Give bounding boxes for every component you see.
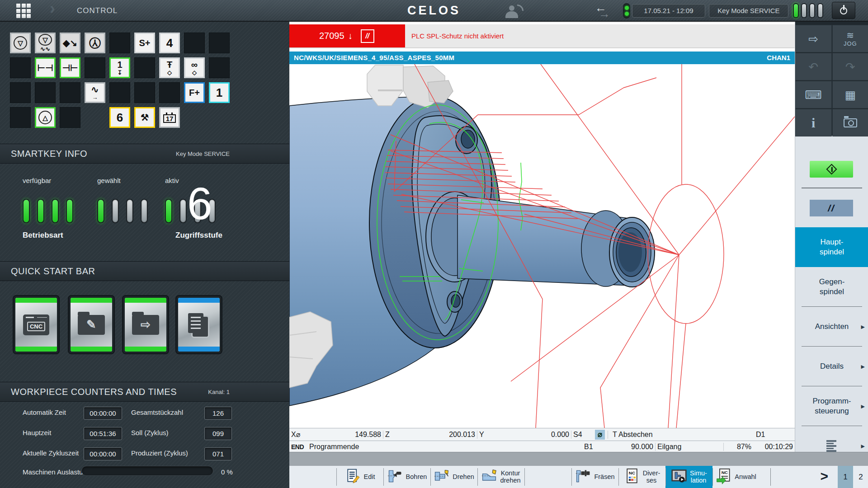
counter-value: 00:51:36 xyxy=(84,427,122,440)
keyboard-button[interactable]: ⌨ xyxy=(795,81,832,108)
app-menu-icon[interactable] xyxy=(16,4,32,18)
calendar-icon[interactable]: 17 xyxy=(159,107,180,128)
transfer-arrows-icon[interactable]: ←→ xyxy=(595,3,616,19)
chuck-clamp-icon[interactable]: ⊢⊣ xyxy=(35,57,56,78)
alarm-bar: 27095 ↓ // PLC SPL-Schutz nicht aktivier… xyxy=(289,24,795,47)
chip-conveyor-icon[interactable]: ∞◇ xyxy=(184,57,205,78)
cnc-program-button[interactable]: CNC xyxy=(14,296,59,353)
menu-details[interactable]: Details▶ xyxy=(795,347,868,386)
menu-gegenspindel[interactable]: Gegen- spindel xyxy=(795,267,868,307)
softkey-divider xyxy=(770,468,771,486)
smartkey-slot-empty xyxy=(184,33,205,53)
softkey-bohren[interactable]: Bohren xyxy=(383,466,430,488)
softkey-page-1[interactable]: 1 xyxy=(838,466,853,488)
quill-drill-icon[interactable]: 1↧ xyxy=(109,57,130,78)
flange-hole-top xyxy=(461,130,475,148)
celos-logo: CELOS xyxy=(407,0,461,21)
softkey-page-2[interactable]: 2 xyxy=(855,466,866,488)
b-axis-label: B1 xyxy=(582,443,603,451)
softkey-bar: EditBohrenDrehenKontur drehenFräsenNCDiv… xyxy=(289,466,868,488)
right-sidebar: ⇨ ≋JOG ↶ ↷ ⌨ ▦ i // Haupt- spindelGegen-… xyxy=(795,22,868,452)
handwheel-icon[interactable]: Ⓨ xyxy=(85,33,105,53)
power-button[interactable] xyxy=(832,2,855,19)
key-6-icon[interactable]: 6 xyxy=(109,107,130,128)
machine-load-progressbar xyxy=(81,466,213,476)
softkey-label: Drehen xyxy=(453,474,474,480)
cycle-start-icon xyxy=(826,164,837,174)
tool-direction-icon[interactable]: ◆↘ xyxy=(60,33,80,53)
redo-button[interactable]: ↷ xyxy=(832,53,868,80)
edit-icon xyxy=(345,468,361,486)
softkey-drehen[interactable]: Drehen xyxy=(430,466,477,488)
simulation-3d-view[interactable] xyxy=(289,64,795,428)
keymode-led xyxy=(817,3,823,18)
frame-plus-icon[interactable]: F+ xyxy=(184,82,205,103)
alarm-badge[interactable]: 27095 ↓ // xyxy=(289,24,405,47)
led-group-bars xyxy=(97,199,148,223)
service-tools-icon[interactable]: ⚒ xyxy=(134,107,155,128)
spindle-chatter-icon[interactable]: ▽∿∿ xyxy=(35,33,56,53)
softkey-simulation[interactable]: Simu- lation xyxy=(665,466,712,488)
cycle-start-button[interactable] xyxy=(810,161,853,178)
counter-label-2: Soll (Zyklus) xyxy=(131,429,169,436)
menu-ansichten[interactable]: Ansichten▶ xyxy=(795,307,868,347)
block-skip-button[interactable]: // xyxy=(810,200,853,216)
softkey-anwahl[interactable]: NCAnwahl xyxy=(712,466,760,488)
smartkey-info-header: SMARTKEY INFO Key Mode SERVICE xyxy=(0,144,289,164)
datetime-display: 17.05.21 - 12:09 xyxy=(632,4,705,18)
smartkey-info-keymode: Key Mode SERVICE xyxy=(176,144,230,164)
softkey-label: Simu- lation xyxy=(690,470,707,483)
softkey-blank xyxy=(289,466,336,488)
counter-value-2: 126 xyxy=(204,407,232,420)
z-axis-label: Z xyxy=(383,431,401,439)
softkey-label: Diver- ses xyxy=(643,470,660,483)
program-test-icon[interactable]: △ xyxy=(35,107,56,128)
user-icon[interactable] xyxy=(505,5,524,18)
drill-icon xyxy=(387,468,403,486)
screen-switch-button[interactable]: ⇨ xyxy=(795,25,832,52)
menu-hauptspindel[interactable]: Haupt- spindel xyxy=(795,227,868,267)
key-4-icon[interactable]: 4 xyxy=(159,33,180,53)
coolant-icon[interactable]: Ŧ◇ xyxy=(159,57,180,78)
undo-button[interactable]: ↶ xyxy=(795,53,832,80)
program-export-button[interactable]: ⇨ xyxy=(123,296,168,353)
sidebar-menu: // Haupt- spindelGegen- spindelAnsichten… xyxy=(795,136,868,452)
runtime-value: 00:10:29 xyxy=(753,443,795,451)
softkey-page-arrow[interactable]: > xyxy=(820,466,828,488)
smartkey-slot-empty xyxy=(10,107,31,128)
counters-title: WORKPIECE COUNTERS AND TIMES xyxy=(11,382,177,402)
sidebar-item-label: Ansichten xyxy=(815,322,849,332)
counter-value-2: 099 xyxy=(204,427,232,440)
program-status-row: END Programmende B1 90.000 Eilgang 87% 0… xyxy=(289,441,795,453)
z-axis-value: 200.013 xyxy=(401,431,477,439)
status-indicator-icon xyxy=(623,3,630,19)
load-monitor-icon[interactable]: ∿→ xyxy=(85,82,105,103)
softkey-label: Edit xyxy=(364,474,375,480)
jog-button[interactable]: ≋JOG xyxy=(832,25,868,52)
softkey-edit[interactable]: Edit xyxy=(336,466,383,488)
key-1-icon[interactable]: 1 xyxy=(209,82,230,103)
chuck-release-icon[interactable]: ⊣⊢ xyxy=(60,57,80,78)
program-edit-button[interactable]: ✎ xyxy=(69,296,114,353)
menu-program-select[interactable]: ▶ xyxy=(795,426,868,466)
screenshot-button[interactable] xyxy=(832,109,868,136)
softkey-kontur-drehen[interactable]: Kontur drehen xyxy=(477,466,524,488)
counter-value-2: 071 xyxy=(204,447,232,460)
smartkey-slot-empty xyxy=(159,82,180,103)
softkey-diverses[interactable]: NCDiver- ses xyxy=(618,466,665,488)
redo-icon: ↷ xyxy=(845,61,855,73)
spindle-stop-icon[interactable]: ▽ xyxy=(10,33,31,53)
softkey-fraesen[interactable]: Fräsen xyxy=(571,466,618,488)
documents-icon xyxy=(186,313,212,337)
end-label: END xyxy=(289,443,307,450)
spindle-boost-icon[interactable]: S+ xyxy=(134,33,155,53)
y-axis-label: Y xyxy=(477,431,495,439)
b-axis-value: 90.000 xyxy=(603,443,656,451)
sidebar-item-label: Programm- steuerung xyxy=(812,396,851,416)
led-group-bars xyxy=(23,199,73,223)
calculator-button[interactable]: ▦ xyxy=(832,81,868,108)
documents-button[interactable] xyxy=(176,296,222,353)
axis-status-row: X⌀ 149.588 Z 200.013 Y 0.000 S4 ⌀ T Abst… xyxy=(289,428,795,441)
menu-programmsteuerung[interactable]: Programm- steuerung▶ xyxy=(795,386,868,426)
info-button[interactable]: i xyxy=(795,109,832,136)
